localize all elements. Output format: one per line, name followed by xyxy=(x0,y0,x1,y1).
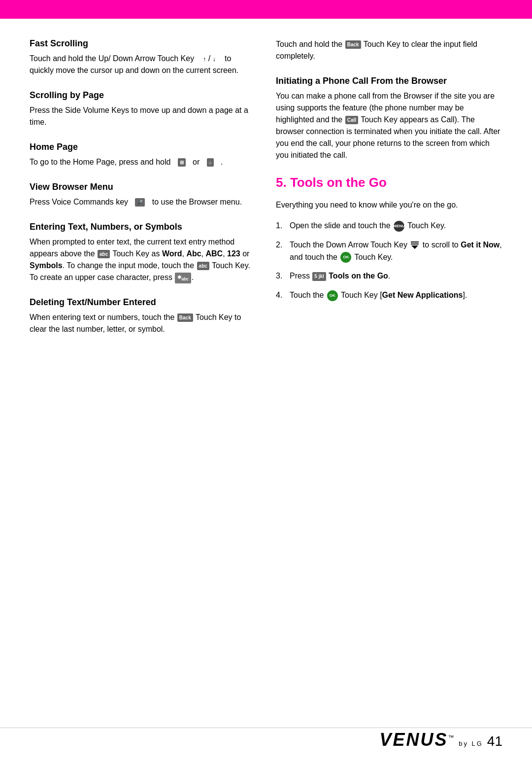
page-number: 41 xyxy=(487,733,502,749)
section-entering-text: Entering Text, Numbers, or Symbols When … xyxy=(30,222,256,283)
back-key-badge-2: Back xyxy=(345,40,361,49)
ok-icon-1: OK xyxy=(340,252,351,263)
body-clear-field: Touch and hold the Back Touch Key to cle… xyxy=(276,38,502,62)
home-key-badge: ⊞ xyxy=(178,158,186,167)
step-4-content: Touch the OK Touch Key [Get New Applicat… xyxy=(290,289,502,302)
back-key-badge: Back xyxy=(177,313,193,322)
left-column: Fast Scrolling Touch and hold the Up/ Do… xyxy=(30,38,256,349)
section-view-browser-menu: View Browser Menu Press Voice Commands k… xyxy=(30,182,256,208)
step-2: 2. Touch the Down Arrow Touch Key to scr… xyxy=(276,239,502,264)
bylg-text: by LG xyxy=(456,740,483,747)
section-deleting-text: Deleting Text/Number Entered When enteri… xyxy=(30,297,256,335)
body-entering-text: When prompted to enter text, the current… xyxy=(30,236,256,283)
heading-deleting-text: Deleting Text/Number Entered xyxy=(30,297,256,308)
heading-initiating-call: Initiating a Phone Call From the Browser xyxy=(276,76,502,86)
chapter-intro: Everything you need to know while you're… xyxy=(276,199,502,211)
right-column: Touch and hold the Back Touch Key to cle… xyxy=(276,38,502,349)
voice-key-badge: 🎤 xyxy=(135,198,145,207)
call-key-badge: Call xyxy=(345,116,358,124)
heading-view-browser-menu: View Browser Menu xyxy=(30,182,256,192)
heading-entering-text: Entering Text, Numbers, or Symbols xyxy=(30,222,256,232)
step-3: 3. Press 5 jkl Tools on the Go. xyxy=(276,270,502,282)
body-scrolling-by-page: Press the Side Volume Keys to move up an… xyxy=(30,104,256,128)
step-2-num: 2. xyxy=(276,239,290,251)
body-fast-scrolling: Touch and hold the Up/ Down Arrow Touch … xyxy=(30,53,256,76)
step-1: 1. Open the slide and touch the MENU Tou… xyxy=(276,220,502,232)
heading-scrolling-by-page: Scrolling by Page xyxy=(30,90,256,101)
footer: VENUS™ by LG 41 xyxy=(380,730,502,750)
body-view-browser-menu: Press Voice Commands key 🎤 to use the Br… xyxy=(30,196,256,208)
step-2-content: Touch the Down Arrow Touch Key to scroll… xyxy=(290,239,502,264)
star-abc-key-badge: ✱abc xyxy=(175,273,191,283)
down-arrow-key-icon xyxy=(411,242,419,249)
chapter-heading: 5. Tools on the Go xyxy=(276,175,502,190)
section-initiating-call: Initiating a Phone Call From the Browser… xyxy=(276,76,502,161)
abc-key-badge: abc xyxy=(98,250,110,258)
steps-list: 1. Open the slide and touch the MENU Tou… xyxy=(276,220,502,302)
step-1-content: Open the slide and touch the MENU Touch … xyxy=(290,220,502,232)
heading-fast-scrolling: Fast Scrolling xyxy=(30,38,256,49)
brand-name: VENUS™ by LG xyxy=(380,730,483,750)
body-home-page: To go to the Home Page, press and hold ⊞… xyxy=(30,156,256,168)
section-scrolling-by-page: Scrolling by Page Press the Side Volume … xyxy=(30,90,256,128)
brand-text: VENUS xyxy=(380,730,448,750)
down-arrow-icon: ↓ xyxy=(213,54,216,64)
footer-line xyxy=(0,728,532,728)
step-1-num: 1. xyxy=(276,220,290,232)
top-bar xyxy=(0,0,532,19)
alt-home-key-badge: ⌂ xyxy=(207,158,214,167)
section-clear-field-intro: Touch and hold the Back Touch Key to cle… xyxy=(276,38,502,62)
step-3-num: 3. xyxy=(276,270,290,282)
trademark-symbol: ™ xyxy=(448,734,456,741)
heading-home-page: Home Page xyxy=(30,142,256,152)
up-arrow-icon: ↑ xyxy=(203,54,206,64)
body-deleting-text: When entering text or numbers, touch the… xyxy=(30,312,256,335)
body-initiating-call: You can make a phone call from the Brows… xyxy=(276,90,502,161)
menu-icon-circle: MENU xyxy=(394,221,404,232)
abc-key-badge-2: abc xyxy=(197,262,209,270)
section-fast-scrolling: Fast Scrolling Touch and hold the Up/ Do… xyxy=(30,38,256,76)
section-home-page: Home Page To go to the Home Page, press … xyxy=(30,142,256,168)
step-4: 4. Touch the OK Touch Key [Get New Appli… xyxy=(276,289,502,302)
main-content: Fast Scrolling Touch and hold the Up/ Do… xyxy=(0,19,532,369)
5jkl-key-badge: 5 jkl xyxy=(312,272,326,281)
step-3-content: Press 5 jkl Tools on the Go. xyxy=(290,270,502,282)
step-4-num: 4. xyxy=(276,289,290,302)
ok-icon-2: OK xyxy=(327,290,338,301)
